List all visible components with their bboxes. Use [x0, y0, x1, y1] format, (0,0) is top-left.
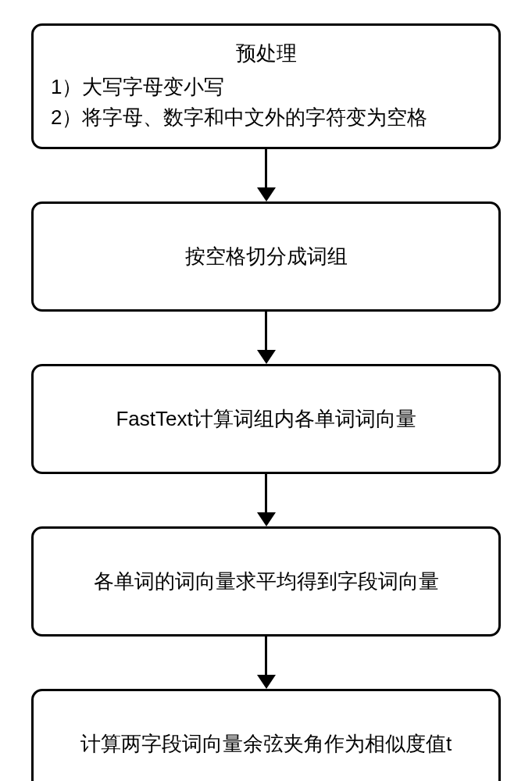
flowchart-step-3: FastText计算词组内各单词词向量	[31, 364, 501, 474]
step-title: 预处理	[51, 40, 481, 67]
arrow-icon	[257, 637, 276, 689]
flowchart-step-5: 计算两字段词向量余弦夹角作为相似度值t	[31, 689, 501, 781]
arrow-icon	[257, 312, 276, 364]
flowchart-container: 预处理 1）大写字母变小写 2）将字母、数字和中文外的字符变为空格 按空格切分成…	[31, 23, 501, 781]
flowchart-step-4: 各单词的词向量求平均得到字段词向量	[31, 526, 501, 637]
step-text: 各单词的词向量求平均得到字段词向量	[51, 560, 481, 603]
flowchart-step-1: 预处理 1）大写字母变小写 2）将字母、数字和中文外的字符变为空格	[31, 23, 501, 149]
flowchart-step-2: 按空格切分成词组	[31, 201, 501, 312]
step-text: 计算两字段词向量余弦夹角作为相似度值t	[51, 722, 481, 765]
arrow-icon	[257, 474, 276, 526]
step-line-2: 2）将字母、数字和中文外的字符变为空格	[51, 102, 481, 133]
step-text: 按空格切分成词组	[51, 235, 481, 278]
step-text: FastText计算词组内各单词词向量	[51, 398, 481, 440]
step-line-1: 1）大写字母变小写	[51, 72, 481, 102]
arrow-icon	[257, 149, 276, 201]
